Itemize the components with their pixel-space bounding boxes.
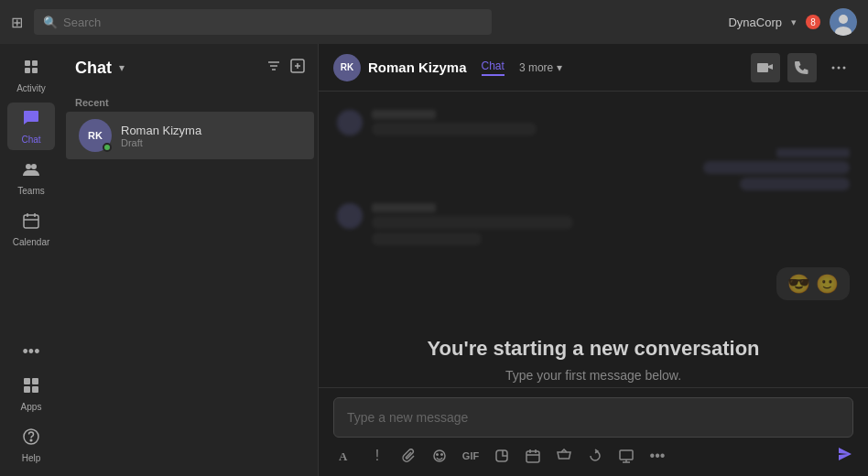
notification-badge[interactable]: 8 (806, 15, 820, 29)
notice-subtitle: Type your first message below. (505, 368, 681, 383)
search-input[interactable] (63, 16, 483, 29)
sidebar-item-teams[interactable]: Teams (7, 154, 55, 201)
svg-rect-5 (25, 68, 30, 73)
user-avatar[interactable] (830, 8, 857, 36)
filter-icon[interactable] (266, 59, 281, 77)
sidebar-item-label: Calendar (13, 237, 50, 247)
emoji-row: 😎 🙂 (319, 267, 868, 300)
svg-point-8 (31, 164, 37, 169)
audio-call-button[interactable] (787, 53, 817, 82)
chat-icon (22, 109, 40, 132)
svg-point-18 (30, 439, 32, 441)
chat-tab-more[interactable]: 3 more ▾ (519, 61, 562, 74)
chat-title-chevron-icon[interactable]: ▾ (119, 61, 125, 74)
svg-rect-14 (32, 378, 38, 384)
svg-point-26 (838, 66, 841, 69)
sidebar-item-label: Apps (21, 402, 42, 412)
sidebar-item-label: Teams (17, 186, 44, 196)
chevron-down-icon[interactable]: ▾ (791, 16, 797, 28)
sticker-button[interactable] (489, 443, 515, 469)
sidebar-item-calendar[interactable]: Calendar (7, 205, 55, 253)
search-icon: 🔍 (43, 16, 58, 29)
svg-rect-4 (32, 60, 38, 66)
chat-item-avatar: RK (79, 119, 112, 152)
compose-icon[interactable] (290, 59, 305, 77)
svg-rect-6 (32, 68, 38, 73)
online-indicator (103, 143, 112, 152)
chat-content-header: RK Roman Kizyma Chat 3 more ▾ (319, 44, 868, 92)
message-row-right (337, 148, 850, 190)
svg-rect-15 (24, 386, 30, 393)
svg-text:A: A (339, 449, 348, 463)
loop-button[interactable] (582, 443, 608, 469)
chat-contact-avatar: RK (333, 54, 361, 81)
more-dots-icon: ••• (23, 342, 40, 362)
sidebar-item-help[interactable]: Help (7, 421, 55, 469)
msg-avatar (337, 110, 363, 135)
sidebar-item-label: Activity (16, 83, 46, 93)
sidebar: Activity Chat Teams Calendar ••• (0, 44, 62, 476)
calendar-icon (22, 211, 40, 234)
chat-list-header: Chat ▾ (62, 44, 318, 92)
delivery-options-button[interactable] (551, 443, 577, 469)
chat-list-panel: Chat ▾ Recent RK Roman Kizyma Draft (62, 44, 319, 476)
sidebar-more-icon[interactable]: ••• (7, 337, 55, 366)
msg-bubble-right (740, 178, 850, 190)
message-placeholder: Type a new message (347, 410, 468, 425)
svg-point-27 (843, 66, 846, 69)
attach-button[interactable] (396, 443, 421, 469)
chat-list-item[interactable]: RK Roman Kizyma Draft (66, 112, 314, 159)
emoji-bubble: 😎 🙂 (776, 267, 850, 300)
send-button[interactable] (837, 446, 853, 467)
video-call-button[interactable] (751, 53, 780, 82)
sidebar-item-activity[interactable]: Activity (7, 51, 55, 99)
header-actions (751, 53, 853, 82)
chat-tab-chat[interactable]: Chat (482, 60, 505, 76)
main-layout: Activity Chat Teams Calendar ••• (0, 44, 868, 476)
search-box[interactable]: 🔍 (34, 9, 492, 35)
chat-item-name: Roman Kizyma (121, 124, 301, 137)
message-row (337, 110, 850, 135)
topbar-right: DynaCorp ▾ 8 (728, 8, 857, 36)
message-toolbar: A ! GIF (333, 438, 853, 471)
msg-bubble-right (703, 161, 850, 174)
conversation-area: 😎 🙂 You're starting a new conversation T… (319, 92, 868, 387)
topbar: ⊞ 🔍 DynaCorp ▾ 8 (0, 0, 868, 44)
company-label[interactable]: DynaCorp (728, 16, 782, 29)
blurred-messages (319, 92, 868, 267)
svg-rect-9 (24, 215, 38, 228)
teams-icon (22, 160, 40, 183)
msg-content (703, 148, 850, 190)
schedule-meet-button[interactable] (520, 443, 546, 469)
priority-button[interactable]: ! (364, 443, 390, 469)
svg-rect-33 (526, 451, 539, 462)
svg-rect-16 (32, 386, 38, 393)
svg-point-1 (839, 15, 848, 24)
sidebar-item-label: Chat (21, 135, 40, 145)
msg-sender-bar (776, 148, 850, 157)
svg-rect-13 (24, 378, 30, 384)
more-options-button[interactable] (824, 53, 853, 82)
svg-rect-37 (620, 450, 633, 460)
message-input-area: Type a new message A ! GIF (319, 387, 868, 476)
emoji-button[interactable] (427, 443, 452, 469)
chat-list-actions (266, 59, 305, 77)
apps-grid-icon[interactable]: ⊞ (11, 14, 23, 31)
msg-bubble (372, 216, 573, 229)
whiteboard-button[interactable] (613, 443, 639, 469)
msg-sender-bar (372, 110, 436, 119)
notice-title: You're starting a new conversation (427, 337, 759, 361)
sidebar-item-apps[interactable]: Apps (7, 370, 55, 417)
svg-point-25 (832, 66, 835, 69)
msg-avatar (337, 203, 363, 229)
message-input-box[interactable]: Type a new message (333, 397, 853, 438)
help-icon (22, 427, 40, 450)
format-text-button[interactable]: A (333, 443, 359, 469)
gif-button[interactable]: GIF (458, 443, 483, 469)
apps-icon (22, 376, 40, 399)
sidebar-item-chat[interactable]: Chat (7, 103, 55, 150)
new-conversation-notice: You're starting a new conversation Type … (319, 319, 868, 387)
chat-content: RK Roman Kizyma Chat 3 more ▾ (319, 44, 868, 476)
chat-item-status: Draft (121, 137, 301, 148)
more-options-toolbar-button[interactable]: ••• (645, 443, 670, 469)
